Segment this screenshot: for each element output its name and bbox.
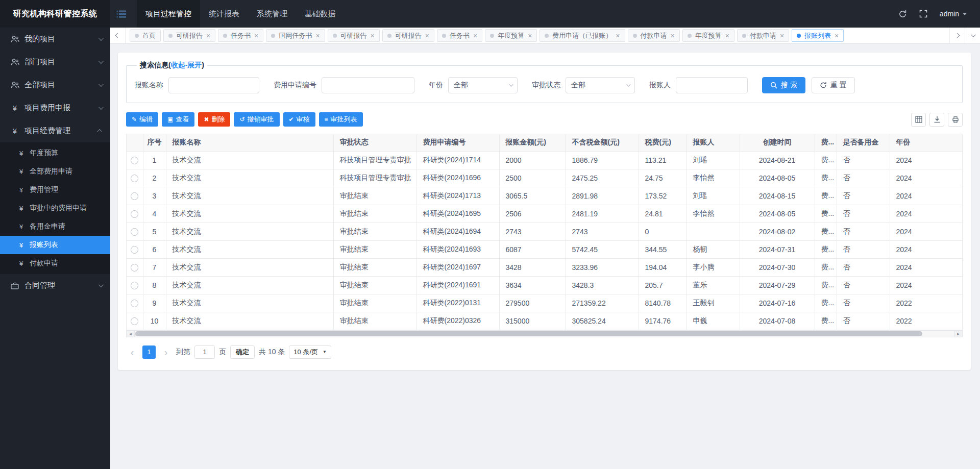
技术交流[interactable]: 5 技术交流 审批结束 科研类(2024)1694 2743 2743 0 20… (127, 223, 962, 240)
tab[interactable]: 首页 (130, 29, 161, 42)
tab[interactable]: 可研报告 × (382, 29, 434, 42)
sidebar-item-my-projects[interactable]: 我的项目 (0, 28, 110, 51)
技术交流[interactable]: 9 技术交流 审批结束 科研类(2022)0131 279500 271359.… (127, 294, 962, 312)
tabs-scroll-right-button[interactable] (949, 28, 965, 43)
scrollbar-thumb[interactable] (135, 331, 922, 336)
goto-confirm-button[interactable]: 确定 (230, 345, 255, 359)
delete-button[interactable]: ✖ 删除 (198, 112, 230, 127)
tab-close-icon[interactable]: × (254, 32, 258, 39)
tab[interactable]: 年度预算 × (485, 29, 537, 42)
sidebar-subitem-payment-apply[interactable]: ¥ 付款申请 (0, 254, 110, 273)
download-icon[interactable] (929, 113, 944, 127)
tabs-menu-button[interactable] (965, 28, 980, 43)
search-button[interactable]: 搜 索 (762, 77, 805, 93)
row-radio[interactable] (131, 282, 138, 289)
sidebar-item-dept-projects[interactable]: 部门项目 (0, 51, 110, 73)
tab[interactable]: 年度预算 × (682, 29, 734, 42)
fullscreen-icon[interactable] (919, 10, 927, 18)
tab-close-icon[interactable]: × (780, 32, 784, 39)
reimburse-name-input[interactable] (168, 77, 259, 93)
view-button[interactable]: ▣ 查看 (162, 112, 194, 127)
sidebar-item-funds-mgmt[interactable]: ¥ 项目经费管理 (0, 119, 110, 142)
collapse-expand-link[interactable]: 收起-展开 (171, 61, 202, 69)
tab-close-icon[interactable]: × (425, 32, 429, 39)
sidebar-item-all-projects[interactable]: 全部项目 (0, 73, 110, 96)
goto-page-input[interactable] (194, 345, 215, 359)
tab-dot-icon (545, 34, 549, 38)
year-select[interactable]: 全部 (448, 77, 518, 93)
sidebar-subitem-all-expense-apply[interactable]: ¥ 全部费用申请 (0, 162, 110, 181)
page-number-button[interactable]: 1 (142, 345, 156, 359)
tab-close-icon[interactable]: × (528, 32, 532, 39)
tab[interactable]: 报账列表 × (792, 29, 844, 42)
技术交流[interactable]: 6 技术交流 审批结束 科研类(2024)1693 6087 5742.45 3… (127, 240, 962, 258)
sidebar-subitem-expense-mgmt[interactable]: ¥ 费用管理 (0, 181, 110, 199)
next-page-button[interactable]: › (160, 345, 172, 359)
tab-close-icon[interactable]: × (725, 32, 729, 39)
tab-close-icon[interactable]: × (206, 32, 210, 39)
row-radio[interactable] (131, 228, 138, 236)
user-menu[interactable]: admin (940, 10, 967, 18)
tab-close-icon[interactable]: × (671, 32, 675, 39)
apply-no-input[interactable] (322, 77, 414, 93)
tab-close-icon[interactable]: × (371, 32, 375, 39)
review-button[interactable]: ✔ 审核 (283, 112, 315, 127)
row-radio[interactable] (131, 264, 138, 271)
approval-list-button[interactable]: ≡ 审批列表 (319, 112, 363, 127)
row-radio[interactable] (131, 192, 138, 200)
row-radio[interactable] (131, 317, 138, 325)
tab[interactable]: 可研报告 × (163, 29, 215, 42)
tab[interactable]: 国网任务书 × (266, 29, 325, 42)
revoke-approval-button[interactable]: ↺ 撤销审批 (234, 112, 279, 127)
tab-close-icon[interactable]: × (835, 32, 839, 39)
row-radio[interactable] (131, 300, 138, 307)
nav-project-process[interactable]: 项目过程管控 (137, 0, 200, 28)
scroll-right-arrow[interactable]: ▸ (954, 331, 962, 337)
tab-close-icon[interactable]: × (315, 32, 320, 39)
edit-button[interactable]: ✎ 编辑 (126, 112, 158, 127)
tab[interactable]: 任务书 × (218, 29, 263, 42)
技术交流[interactable]: 3 技术交流 审批结束 科研类(2024)1713 3065.5 2891.98… (127, 187, 962, 205)
nav-base-data[interactable]: 基础数据 (296, 0, 344, 28)
技术交流[interactable]: 7 技术交流 审批结束 科研类(2024)1697 3428 3233.96 1… (127, 258, 962, 276)
row-radio[interactable] (131, 157, 138, 164)
tab-label: 年度预算 (498, 31, 524, 40)
sidebar-subitem-reserve-fund[interactable]: ¥ 备用金申请 (0, 217, 110, 236)
page-size-select[interactable]: 10 条/页 ▼ (289, 345, 331, 359)
row-radio[interactable] (131, 175, 138, 182)
tab[interactable]: 付款申请 × (737, 29, 789, 42)
tab-close-icon[interactable]: × (473, 32, 477, 39)
refresh-icon[interactable] (898, 10, 907, 18)
row-radio[interactable] (131, 246, 138, 254)
cell-seq: 4 (143, 205, 166, 223)
tab[interactable]: 付款申请 × (628, 29, 680, 42)
reimburse-person-input[interactable] (676, 77, 748, 93)
nav-system-mgmt[interactable]: 系统管理 (248, 0, 296, 28)
sidebar-subitem-annual-budget[interactable]: ¥ 年度预算 (0, 144, 110, 162)
tab[interactable]: 任务书 × (437, 29, 482, 42)
approval-status-select[interactable]: 全部 (566, 77, 635, 93)
reset-button[interactable]: 重 置 (812, 77, 855, 93)
nav-statistics[interactable]: 统计报表 (200, 0, 248, 28)
sidebar-subitem-approving-expense[interactable]: ¥ 审批中的费用申请 (0, 199, 110, 217)
tabs-scroll-left-button[interactable] (110, 28, 126, 43)
print-icon[interactable] (948, 113, 963, 127)
row-radio[interactable] (131, 210, 138, 218)
sidebar-item-contract-mgmt[interactable]: 合同管理 (0, 274, 110, 297)
技术交流[interactable]: 2 技术交流 科技项目管理专责审批 科研类(2024)1696 2500 247… (127, 169, 962, 187)
技术交流[interactable]: 10 技术交流 审批结束 科研费(2022)0326 315000 305825… (127, 312, 962, 330)
scroll-left-arrow[interactable]: ◂ (127, 331, 135, 337)
sidebar-subitem-reimburse-list[interactable]: ¥ 报账列表 (0, 236, 110, 254)
prev-page-button[interactable]: ‹ (126, 345, 138, 359)
collapse-menu-icon[interactable] (110, 0, 133, 28)
tab[interactable]: 可研报告 × (328, 29, 380, 42)
技术交流[interactable]: 8 技术交流 审批结束 科研类(2024)1691 3634 3428.3 20… (127, 276, 962, 294)
技术交流[interactable]: 4 技术交流 审批结束 科研类(2024)1695 2506 2481.19 2… (127, 205, 962, 223)
sidebar-item-expense-declare[interactable]: ¥ 项目费用申报 (0, 96, 110, 119)
tab-close-icon[interactable]: × (616, 32, 620, 39)
技术交流[interactable]: 1 技术交流 科技项目管理专责审批 科研类(2024)1714 2000 188… (127, 151, 962, 169)
tab[interactable]: 费用申请（已报账） × (540, 29, 625, 42)
cell-tax: 194.04 (639, 258, 687, 276)
tab-label: 付款申请 (750, 31, 776, 40)
columns-grid-icon[interactable] (911, 113, 926, 127)
